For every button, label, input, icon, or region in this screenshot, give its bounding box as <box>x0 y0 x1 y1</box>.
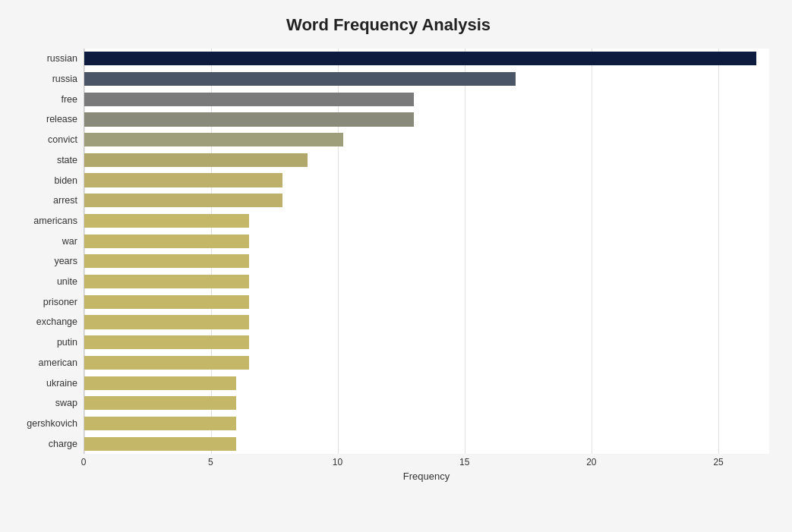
bar <box>84 356 249 370</box>
bar-row <box>84 353 769 373</box>
bar <box>84 417 236 430</box>
bar-row <box>84 211 769 231</box>
bar-row <box>84 291 769 312</box>
x-tick: 10 <box>333 457 342 467</box>
bar <box>84 295 249 309</box>
bar <box>84 72 516 86</box>
bar <box>84 112 414 126</box>
y-labels: russianrussiafreereleaseconvictstatebide… <box>8 49 84 454</box>
bar <box>84 52 756 65</box>
bar <box>84 235 249 248</box>
bar-row <box>84 251 769 272</box>
x-tick: 5 <box>208 457 213 467</box>
bar <box>84 93 414 106</box>
y-label: war <box>62 231 77 251</box>
chart-container: Word Frequency Analysis russianrussiafre… <box>0 0 792 532</box>
bar-row <box>84 272 769 292</box>
y-label: state <box>57 150 77 171</box>
y-label: putin <box>57 332 77 353</box>
y-label: ukraine <box>46 373 77 393</box>
bar-row <box>84 312 769 332</box>
bar <box>84 275 249 288</box>
x-axis-label: Frequency <box>84 471 769 482</box>
y-label: russia <box>52 69 77 90</box>
y-label: russian <box>47 49 77 69</box>
bar <box>84 437 236 451</box>
bar-row <box>84 69 769 90</box>
bar <box>84 315 249 329</box>
bar-row <box>84 231 769 251</box>
bar <box>84 254 249 268</box>
bar-row <box>84 109 769 130</box>
bar-row <box>84 89 769 109</box>
y-label: free <box>61 89 77 109</box>
bar <box>84 153 308 167</box>
bar <box>84 335 249 349</box>
bar-row <box>84 414 769 434</box>
y-label: gershkovich <box>27 414 77 434</box>
y-label: prisoner <box>43 291 77 312</box>
y-label: arrest <box>53 190 77 211</box>
bar <box>84 133 343 146</box>
x-tick: 0 <box>81 457 87 467</box>
y-label: american <box>39 353 77 373</box>
bar <box>84 376 236 390</box>
bar-row <box>84 393 769 414</box>
bar <box>84 173 282 187</box>
y-label: release <box>46 109 77 130</box>
bar-row <box>84 373 769 393</box>
bars-and-grid <box>84 49 769 454</box>
y-label: americans <box>33 211 77 231</box>
y-label: exchange <box>36 312 77 332</box>
x-axis: 0510152025 <box>84 454 769 469</box>
x-tick: 20 <box>586 457 596 467</box>
y-label: unite <box>57 272 77 292</box>
bar <box>84 194 282 207</box>
bar-row <box>84 433 769 454</box>
bars-section: russianrussiafreereleaseconvictstatebide… <box>8 49 769 454</box>
y-label: charge <box>49 433 77 454</box>
y-label: convict <box>48 130 77 150</box>
bar-row <box>84 190 769 211</box>
bar-row <box>84 49 769 69</box>
chart-area: russianrussiafreereleaseconvictstatebide… <box>8 49 769 482</box>
y-label: biden <box>54 170 77 190</box>
y-label: swap <box>55 393 77 414</box>
bar <box>84 214 249 228</box>
bar-row <box>84 332 769 353</box>
bar <box>84 396 236 410</box>
bar-row <box>84 170 769 190</box>
x-tick: 15 <box>459 457 469 467</box>
x-tick: 25 <box>713 457 723 467</box>
y-label: years <box>54 251 77 272</box>
bar-row <box>84 150 769 171</box>
chart-title: Word Frequency Analysis <box>8 15 769 35</box>
bar-row <box>84 130 769 150</box>
